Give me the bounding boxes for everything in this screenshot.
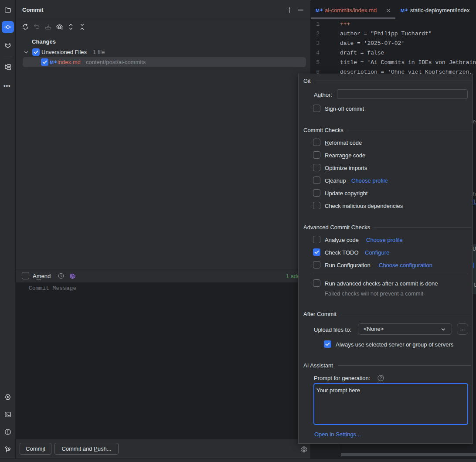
svg-text:M: M xyxy=(401,8,405,13)
svg-text:M: M xyxy=(316,8,320,13)
svg-text:M: M xyxy=(50,60,54,65)
